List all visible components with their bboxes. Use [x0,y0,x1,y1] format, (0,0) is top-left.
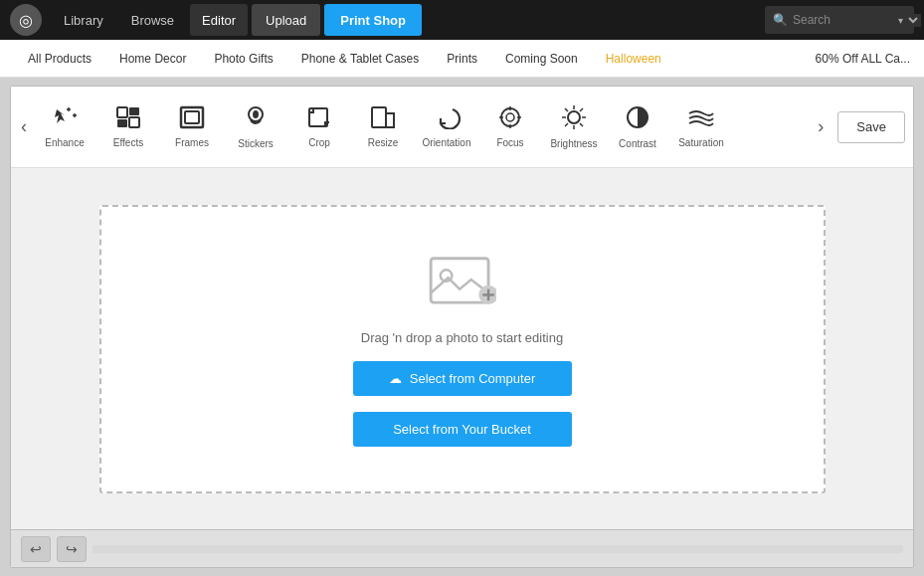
promo-text: 60% Off ALL Ca... [816,52,910,66]
cat-coming-soon[interactable]: Coming Soon [491,40,592,78]
tool-saturation[interactable]: Saturation [669,92,733,163]
crop-icon [306,105,332,133]
select-bucket-btn[interactable]: Select from Your Bucket [353,412,572,447]
search-icon: 🔍 [773,13,788,27]
resize-icon [370,105,396,133]
svg-line-26 [580,123,583,126]
tool-brightness[interactable]: Brightness [542,92,606,163]
toolbar-prev-btn[interactable]: ‹ [15,97,33,157]
svg-rect-9 [185,111,199,123]
svg-rect-6 [129,107,139,115]
svg-point-20 [568,111,580,123]
undo-icon: ↩ [30,541,42,557]
crop-label: Crop [308,137,330,148]
svg-rect-5 [117,119,127,127]
editor-nav-btn[interactable]: Editor [190,4,248,36]
redo-btn[interactable]: ↪ [57,536,87,562]
search-bar: 🔍 ▾ [765,6,914,34]
enhance-icon [51,105,79,133]
svg-point-11 [253,110,259,118]
effects-label: Effects [113,137,143,148]
toolbar: ‹ Enhance Effects [11,87,913,168]
tool-contrast[interactable]: Contrast [606,92,669,163]
library-nav-btn[interactable]: Library [52,4,115,36]
svg-rect-13 [372,107,386,127]
svg-line-25 [565,108,568,111]
saturation-label: Saturation [678,137,724,148]
stickers-icon [243,104,269,134]
tool-resize[interactable]: Resize [351,92,415,163]
search-input[interactable] [793,13,892,27]
tool-crop[interactable]: Crop [287,92,351,163]
tool-focus[interactable]: Focus [478,92,542,163]
toolbar-next-btn[interactable]: › [812,97,830,157]
effects-icon [115,105,141,133]
frames-icon [179,105,205,133]
cat-halloween[interactable]: Halloween [592,40,675,78]
orientation-label: Orientation [423,137,471,148]
tool-enhance[interactable]: Enhance [33,92,96,163]
svg-point-14 [501,108,519,126]
printshop-nav-btn[interactable]: Print Shop [324,4,422,36]
tool-stickers[interactable]: Stickers [224,92,287,163]
focus-label: Focus [496,137,523,148]
cat-home-decor[interactable]: Home Decor [105,40,200,78]
resize-label: Resize [368,137,399,148]
redo-icon: ↪ [66,541,78,557]
tool-frames[interactable]: Frames [160,92,224,163]
upload-cloud-icon: ☁ [389,371,402,386]
cat-all-products[interactable]: All Products [14,40,105,78]
cat-phone-tablet[interactable]: Phone & Tablet Cases [287,40,434,78]
logo-icon: ◎ [19,11,33,30]
tool-effects[interactable]: Effects [96,92,160,163]
undo-btn[interactable]: ↩ [21,536,51,562]
frames-label: Frames [175,137,209,148]
cat-photo-gifts[interactable]: Photo Gifts [200,40,286,78]
contrast-icon [625,104,650,134]
tool-orientation[interactable]: Orientation [415,92,478,163]
category-nav: All Products Home Decor Photo Gifts Phon… [0,40,924,78]
brightness-label: Brightness [550,138,597,149]
editor-container: ‹ Enhance Effects [10,86,914,568]
canvas-area: Drag 'n drop a photo to start editing ☁ … [11,168,913,529]
bottom-bar: ↩ ↪ [11,529,913,567]
contrast-label: Contrast [619,138,656,149]
drop-text: Drag 'n drop a photo to start editing [361,330,563,345]
logo[interactable]: ◎ [10,4,42,36]
bottom-spacer [92,545,903,553]
drop-zone[interactable]: Drag 'n drop a photo to start editing ☁ … [99,205,826,493]
search-dropdown[interactable]: ▾ [892,14,921,27]
save-button[interactable]: Save [837,111,905,143]
orientation-icon [433,105,461,133]
svg-line-27 [580,108,583,111]
editor-outer: ‹ Enhance Effects [0,78,924,576]
top-nav: ◎ Library Browse Editor Upload Print Sho… [0,0,924,40]
toolbar-items: Enhance Effects Frames [33,92,812,163]
cat-prints[interactable]: Prints [433,40,491,78]
upload-nav-btn[interactable]: Upload [252,4,320,36]
enhance-label: Enhance [45,137,84,148]
brightness-icon [561,104,587,134]
focus-icon [497,105,523,133]
stickers-label: Stickers [238,138,274,149]
saturation-icon [686,105,716,133]
select-computer-label: Select from Computer [410,371,535,386]
svg-line-28 [565,123,568,126]
browse-nav-btn[interactable]: Browse [119,4,186,36]
svg-point-15 [506,113,514,121]
svg-rect-7 [129,117,139,127]
select-computer-btn[interactable]: ☁ Select from Computer [353,361,572,396]
drop-photo-icon [429,251,496,314]
svg-rect-4 [117,107,127,117]
